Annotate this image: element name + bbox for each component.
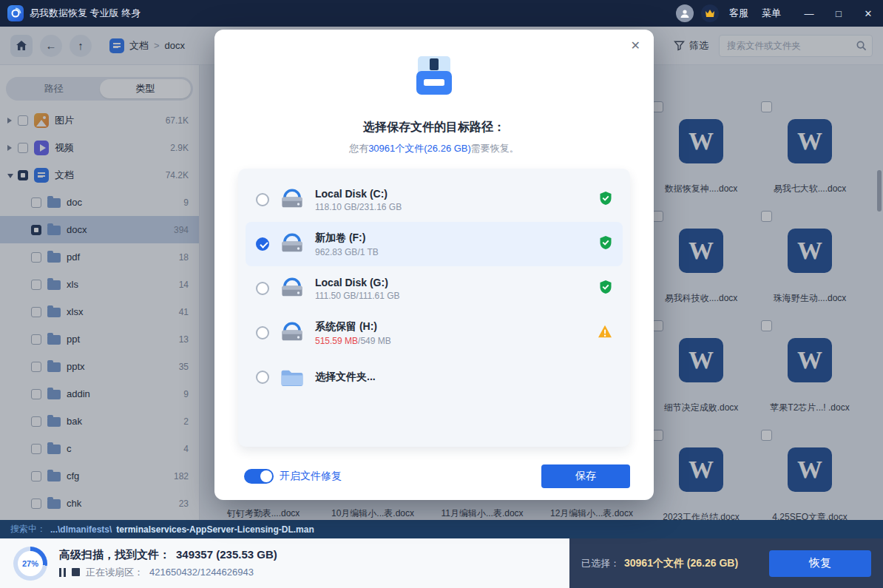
file-card[interactable]: W 细节决定成败.docx: [649, 319, 753, 419]
sidebar-item-count: 18: [179, 252, 189, 263]
radio-button[interactable]: [256, 193, 269, 206]
checkbox[interactable]: [31, 197, 41, 208]
minimize-button[interactable]: —: [794, 0, 824, 27]
breadcrumb-root[interactable]: 文档: [129, 39, 149, 53]
file-checkbox[interactable]: [761, 211, 772, 222]
file-name: 易我科技收....docx: [649, 292, 753, 305]
checkbox[interactable]: [31, 280, 41, 290]
file-checkbox[interactable]: [761, 430, 772, 441]
filter-button[interactable]: 筛选: [674, 39, 708, 53]
checkbox[interactable]: [31, 362, 41, 372]
back-button[interactable]: ←: [40, 35, 62, 57]
checkbox[interactable]: [18, 170, 28, 180]
sidebar-item-label: chk: [67, 498, 81, 509]
sidebar-item-c[interactable]: c 4: [0, 435, 199, 462]
drive-option-h[interactable]: 系统保留 (H:) 515.59 MB/549 MB: [246, 311, 623, 355]
sidebar-item-xls[interactable]: xls 14: [0, 271, 199, 298]
drive-option-g[interactable]: Local Disk (G:) 111.50 GB/111.61 GB: [246, 266, 623, 311]
file-name[interactable]: 11月编辑小...表.docx: [427, 507, 537, 520]
sidebar-item-documents[interactable]: 文档 74.2K: [0, 161, 199, 189]
toggle-on-icon[interactable]: [244, 469, 274, 484]
radio-button-selected[interactable]: [256, 237, 269, 251]
checkbox[interactable]: [31, 471, 41, 481]
drive-option-f[interactable]: 新加卷 (F:) 962.83 GB/1 TB: [246, 222, 623, 266]
sidebar: 路径 类型 图片 67.1K 视频 2.9K 文档 74.2K doc: [0, 65, 200, 520]
sidebar-item-pdf[interactable]: pdf 18: [0, 243, 199, 271]
user-avatar[interactable]: [676, 4, 694, 22]
choose-folder-option[interactable]: 选择文件夹...: [246, 355, 623, 399]
search-input[interactable]: [719, 35, 873, 57]
chevron-right-icon[interactable]: [7, 145, 15, 151]
app-title: 易我数据恢复 专业版 终身: [30, 7, 141, 20]
menu-link[interactable]: 菜单: [762, 7, 781, 20]
home-button[interactable]: [10, 35, 33, 57]
file-card[interactable]: W 4.25SEO文章.docx: [758, 428, 862, 528]
drive-option-c[interactable]: Local Disk (C:) 118.10 GB/231.16 GB: [246, 178, 623, 222]
checkbox[interactable]: [31, 416, 41, 427]
checkbox[interactable]: [31, 389, 41, 399]
stop-button[interactable]: [72, 568, 80, 576]
sidebar-item-label: 图片: [55, 114, 74, 127]
chevron-right-icon[interactable]: [7, 118, 15, 124]
close-window-button[interactable]: ✕: [853, 0, 883, 27]
file-repair-toggle[interactable]: 开启文件修复: [244, 469, 342, 484]
checkbox[interactable]: [31, 499, 41, 509]
file-card[interactable]: W 苹果T2芯片...! .docx: [758, 319, 862, 419]
checkbox[interactable]: [18, 115, 28, 126]
file-name[interactable]: 12月编辑小...表.docx: [537, 507, 646, 520]
file-card[interactable]: W 易我七大软....docx: [758, 100, 862, 200]
file-name[interactable]: 10月编辑小...表.docx: [318, 507, 427, 520]
file-checkbox[interactable]: [652, 211, 663, 222]
file-checkbox[interactable]: [761, 101, 772, 112]
sidebar-item-doc[interactable]: doc 9: [0, 189, 199, 216]
scrollbar[interactable]: [877, 170, 882, 212]
file-card[interactable]: W 数据恢复神....docx: [649, 100, 753, 200]
recover-button[interactable]: 恢复: [769, 550, 871, 577]
file-checkbox[interactable]: [761, 320, 772, 331]
file-checkbox[interactable]: [652, 101, 663, 112]
folder-icon: [47, 198, 61, 208]
file-card[interactable]: W 2023工作总结.docx: [649, 428, 753, 528]
sidebar-item-label: cfg: [67, 470, 79, 481]
sidebar-item-count: 41: [179, 307, 189, 317]
chevron-down-icon[interactable]: [7, 174, 13, 181]
sidebar-item-cfg[interactable]: cfg 182: [0, 462, 199, 490]
up-button[interactable]: ↑: [70, 35, 92, 57]
sidebar-item-pptx[interactable]: pptx 35: [0, 353, 199, 380]
tab-type[interactable]: 类型: [100, 79, 192, 98]
file-name[interactable]: 钉钉考勤表....docx: [209, 507, 318, 520]
radio-button[interactable]: [256, 282, 269, 295]
file-card[interactable]: W 珠海野生动....docx: [758, 209, 862, 309]
checkbox[interactable]: [31, 307, 41, 317]
sidebar-item-videos[interactable]: 视频 2.9K: [0, 134, 199, 161]
sidebar-item-ppt[interactable]: ppt 13: [0, 325, 199, 353]
sidebar-item-chk[interactable]: chk 23: [0, 490, 199, 517]
word-file-icon: W: [788, 229, 832, 273]
file-checkbox[interactable]: [652, 320, 663, 331]
breadcrumb-current[interactable]: docx: [165, 40, 185, 51]
sector-label: 正在读扇区：: [86, 566, 143, 579]
checkbox[interactable]: [18, 143, 28, 153]
radio-button[interactable]: [256, 326, 269, 339]
radio-button[interactable]: [256, 371, 269, 384]
file-checkbox[interactable]: [652, 430, 663, 441]
checkbox[interactable]: [31, 225, 41, 235]
sidebar-item-bak[interactable]: bak 2: [0, 408, 199, 435]
checkbox[interactable]: [31, 334, 41, 345]
maximize-button[interactable]: □: [824, 0, 853, 27]
close-icon[interactable]: ✕: [631, 38, 640, 53]
pause-button[interactable]: [59, 568, 66, 577]
sidebar-item-label: bak: [67, 416, 82, 427]
sidebar-item-pictures[interactable]: 图片 67.1K: [0, 107, 199, 134]
search-icon[interactable]: [856, 40, 867, 54]
sidebar-item-xlsx[interactable]: xlsx 41: [0, 298, 199, 325]
tab-path[interactable]: 路径: [8, 79, 100, 98]
vip-icon[interactable]: [701, 4, 719, 22]
checkbox[interactable]: [31, 444, 41, 454]
checkbox[interactable]: [31, 252, 41, 263]
save-button[interactable]: 保存: [541, 464, 630, 488]
customer-service-link[interactable]: 客服: [729, 7, 748, 20]
sidebar-item-docx[interactable]: docx 394: [0, 216, 199, 243]
file-card[interactable]: W 易我科技收....docx: [649, 209, 753, 309]
sidebar-item-addin[interactable]: addin 9: [0, 380, 199, 408]
